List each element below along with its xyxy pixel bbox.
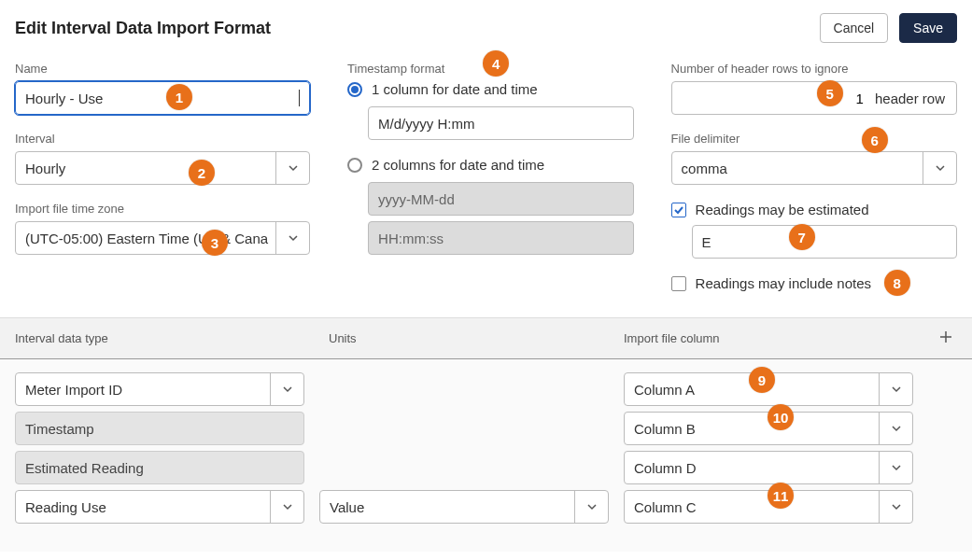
page-title: Edit Interval Data Import Format xyxy=(15,19,271,38)
chevron-down-icon xyxy=(923,152,956,184)
interval-select[interactable]: Hourly xyxy=(15,151,310,185)
name-value: Hourly - Use xyxy=(25,91,103,106)
time-format-input-disabled: HH:mm:ss xyxy=(368,221,633,255)
estimated-indicator-input[interactable] xyxy=(692,225,957,259)
delimiter-select[interactable]: comma xyxy=(671,151,957,185)
text-cursor xyxy=(299,90,300,106)
import-column-select[interactable]: Column C xyxy=(624,490,913,524)
notes-label: Readings may include notes xyxy=(696,275,871,291)
chevron-down-icon xyxy=(879,373,912,405)
chevron-down-icon xyxy=(275,222,309,254)
interval-label: Interval xyxy=(15,132,310,146)
plus-icon xyxy=(938,329,953,344)
chevron-down-icon xyxy=(879,413,912,444)
table-header: Interval data type Units Import file col… xyxy=(0,317,972,359)
th-import-column: Import file column xyxy=(624,331,920,345)
radio-1col-label: 1 column for date and time xyxy=(372,81,538,97)
table-row: Meter Import ID Column A xyxy=(15,372,957,406)
timestamp-format-label: Timestamp format xyxy=(347,62,633,76)
left-column: Name Hourly - Use 1 Interval Hourly 2 Im… xyxy=(15,62,310,299)
estimated-checkbox-row[interactable]: Readings may be estimated xyxy=(671,202,957,217)
checkbox-icon xyxy=(671,203,686,217)
delimiter-value: comma xyxy=(682,161,923,176)
cancel-button[interactable]: Cancel xyxy=(820,13,889,43)
timezone-select[interactable]: (UTC-05:00) Eastern Time (US & Cana xyxy=(15,221,310,255)
header-rows-label: Number of header rows to ignore xyxy=(671,62,957,76)
header-rows-input[interactable]: header row xyxy=(671,81,957,115)
table-row: Reading Use Value Column C xyxy=(15,490,957,524)
delimiter-label: File delimiter xyxy=(671,132,957,146)
table-body: Meter Import ID Column A Timestamp Colum… xyxy=(0,359,972,552)
name-input[interactable]: Hourly - Use xyxy=(15,81,310,115)
import-column-select[interactable]: Column D xyxy=(624,451,913,484)
data-type-select[interactable]: Reading Use xyxy=(15,490,304,524)
data-type-select[interactable]: Meter Import ID xyxy=(15,372,304,406)
radio-2col[interactable]: 2 columns for date and time xyxy=(347,157,633,173)
radio-icon xyxy=(347,158,362,173)
import-column-select[interactable]: Column A xyxy=(624,372,913,406)
table-row: Estimated Reading Column D xyxy=(15,451,957,484)
name-label: Name xyxy=(15,62,310,76)
notes-checkbox-row[interactable]: Readings may include notes xyxy=(671,275,957,291)
right-column: Number of header rows to ignore header r… xyxy=(671,62,957,299)
timezone-label: Import file time zone xyxy=(15,202,310,216)
interval-value: Hourly xyxy=(25,161,275,176)
chevron-down-icon xyxy=(275,152,309,184)
timezone-value: (UTC-05:00) Eastern Time (US & Cana xyxy=(25,231,275,246)
chevron-down-icon xyxy=(879,452,912,483)
import-column-select[interactable]: Column B xyxy=(624,412,913,445)
timestamp-1col-format-input[interactable] xyxy=(368,106,633,140)
data-type-static: Estimated Reading xyxy=(15,451,304,484)
table-row: Timestamp Column B xyxy=(15,412,957,445)
data-type-value: Reading Use xyxy=(25,499,270,515)
date-format-input-disabled: yyyy-MM-dd xyxy=(368,182,633,216)
estimated-label: Readings may be estimated xyxy=(696,202,869,217)
header-rows-value[interactable] xyxy=(672,82,871,114)
units-value: Value xyxy=(330,499,574,515)
import-column-value: Column B xyxy=(634,421,879,437)
data-type-static: Timestamp xyxy=(15,412,304,445)
center-column: Timestamp format 1 column for date and t… xyxy=(347,62,633,299)
import-column-value: Column C xyxy=(634,499,879,515)
header-rows-suffix: header row xyxy=(871,91,956,106)
chevron-down-icon xyxy=(270,373,303,405)
radio-1col[interactable]: 1 column for date and time xyxy=(347,81,633,97)
import-column-value: Column A xyxy=(634,382,879,398)
header-actions: Cancel Save xyxy=(820,13,957,43)
th-units: Units xyxy=(329,331,609,345)
radio-2col-label: 2 columns for date and time xyxy=(372,157,544,173)
checkbox-icon xyxy=(671,276,686,291)
save-button[interactable]: Save xyxy=(899,13,957,43)
add-row-button[interactable] xyxy=(935,328,957,349)
page-header: Edit Interval Data Import Format Cancel … xyxy=(0,0,972,62)
th-data-type: Interval data type xyxy=(15,331,314,345)
radio-icon xyxy=(347,82,362,97)
import-column-value: Column D xyxy=(634,460,879,476)
chevron-down-icon xyxy=(879,491,912,523)
chevron-down-icon xyxy=(574,491,608,523)
chevron-down-icon xyxy=(270,491,303,523)
data-type-value: Meter Import ID xyxy=(25,382,270,398)
units-select[interactable]: Value xyxy=(319,490,609,524)
